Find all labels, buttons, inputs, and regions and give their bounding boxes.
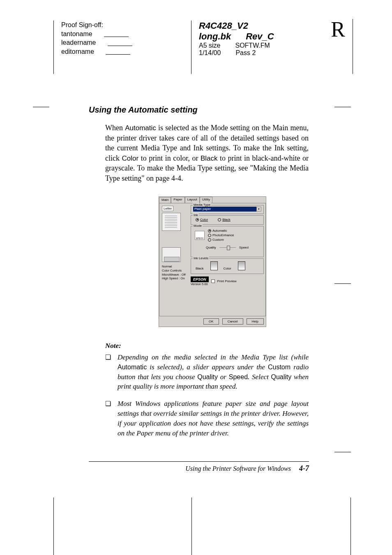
mode-photoenhance-radio[interactable]: PhotoEnhance <box>208 233 234 237</box>
ink-color-bar <box>238 261 245 270</box>
version-label: Version 5.00 <box>191 282 209 286</box>
body-paragraph: When Automatic is selected as the Mode s… <box>105 123 309 183</box>
ink-black-radio[interactable]: Black <box>218 218 231 221</box>
ok-button[interactable]: OK <box>203 318 219 325</box>
mode-epson-icon: EPSON <box>195 231 205 240</box>
ink-black-bar <box>210 261 218 270</box>
epson-badge: EPSON <box>191 276 209 282</box>
page-footer: Using the Printer Software for Windows 4… <box>89 461 309 473</box>
doc-code: R4C428_V2 <box>199 21 274 31</box>
page-side-marker: R <box>331 19 353 74</box>
note-item-2: ❏ Most Windows applications feature pape… <box>105 399 309 438</box>
page-number: 4-7 <box>299 464 309 472</box>
media-type-fieldset: Media Type Plain paper ▾ <box>191 205 264 214</box>
paper-preview-icon <box>162 213 181 231</box>
ink-fieldset: Ink Color Black <box>191 215 264 225</box>
content-area: Using the Automatic setting When Automat… <box>89 105 309 445</box>
ink-color-radio[interactable]: Color <box>196 218 208 221</box>
bullet-icon: ❏ <box>105 399 112 438</box>
doc-file: long.bk <box>199 31 231 42</box>
mode-custom-radio[interactable]: Custom <box>208 237 234 242</box>
paper-size-badge: Letter <box>162 206 173 211</box>
media-type-dropdown[interactable]: Plain paper ▾ <box>193 207 261 212</box>
footer-text: Using the Printer Software for Windows <box>185 465 291 472</box>
cancel-button[interactable]: Cancel <box>222 318 243 325</box>
doc-pass: Pass 2 <box>235 49 256 57</box>
mode-automatic-radio[interactable]: Automatic <box>208 228 234 233</box>
tab-bar: Main Paper Layout Utility <box>159 197 266 203</box>
dropdown-arrow-icon[interactable]: ▾ <box>256 207 261 212</box>
doc-size: A5 size <box>199 42 220 49</box>
proof-signoff-box: Proof Sign-off: tantoname leadername edi… <box>53 21 132 74</box>
tab-paper[interactable]: Paper <box>171 197 184 203</box>
print-preview-label: Print Preview <box>217 279 237 283</box>
mode-fieldset: Mode EPSON Automatic PhotoEnhance Custom… <box>191 226 264 257</box>
editorname-label: editorname <box>61 47 94 56</box>
doc-fm: SOFTW.FM <box>235 42 270 49</box>
printer-preview-icon <box>162 247 181 262</box>
dialog-screenshot: Main Paper Layout Utility Letter Normal … <box>159 196 309 327</box>
help-button[interactable]: Help <box>247 318 264 325</box>
ink-levels-fieldset: Ink Levels Black Color <box>191 258 264 274</box>
tantoname-label: tantoname <box>61 30 92 39</box>
status-lines: Normal Color Controls MicroWeave : Off H… <box>162 265 189 281</box>
tab-layout[interactable]: Layout <box>185 197 200 203</box>
leadername-label: leadername <box>61 38 96 47</box>
doc-date: 1/14/00 <box>199 49 221 57</box>
section-heading: Using the Automatic setting <box>89 105 309 115</box>
note-heading: Note: <box>105 342 309 350</box>
tab-main[interactable]: Main <box>159 197 171 203</box>
quality-speed-slider[interactable] <box>219 247 236 248</box>
print-preview-checkbox[interactable] <box>211 279 215 283</box>
editorname-blank <box>106 46 130 55</box>
doc-info-box: R4C428_V2 long.bk Rev_C A5 size SOFTW.FM… <box>191 21 274 74</box>
note-item-1: ❏ Depending on the media selected in the… <box>105 352 309 391</box>
tantoname-blank <box>104 28 129 37</box>
leadername-blank <box>108 37 132 46</box>
bullet-icon: ❏ <box>105 352 112 391</box>
doc-rev: Rev_C <box>246 31 274 42</box>
tab-utility[interactable]: Utility <box>200 197 213 203</box>
